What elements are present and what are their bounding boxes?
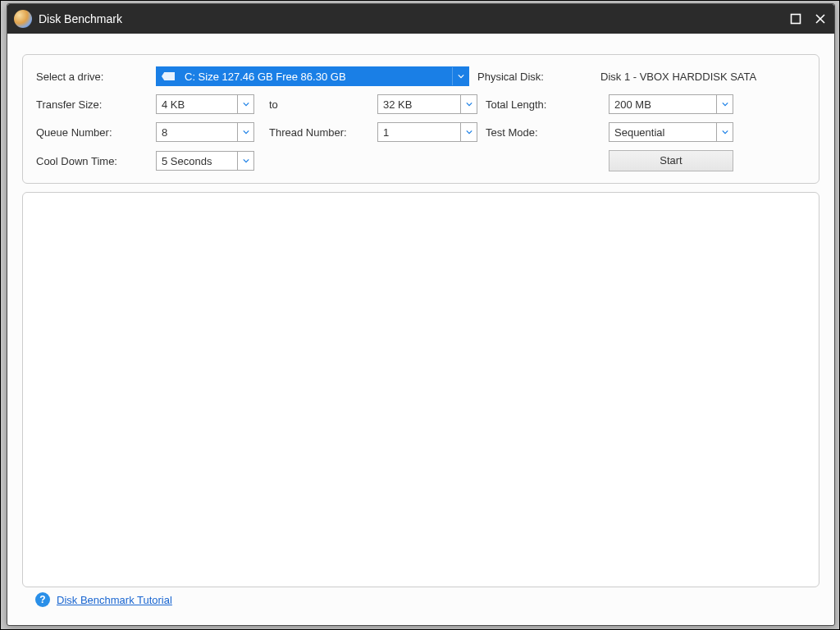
close-button[interactable] [813, 11, 828, 26]
window-title: Disk Benchmark [39, 12, 788, 25]
settings-panel: Select a drive: C: Size 127.46 GB Free 8… [22, 54, 819, 184]
disk-icon [162, 72, 175, 80]
chevron-down-icon [722, 102, 728, 107]
disk-benchmark-window: Disk Benchmark Select a drive: C: Size 1… [7, 3, 835, 626]
row-transfer: Transfer Size: 4 KB to 32 KB Total Lengt… [36, 94, 806, 114]
transfer-from-value: 4 KB [157, 98, 237, 111]
help-icon[interactable]: ? [35, 592, 50, 607]
chevron-down-icon [722, 130, 728, 135]
cooldown-dropdown-button[interactable] [237, 152, 253, 170]
queue-number-value: 8 [157, 126, 237, 139]
label-physical-disk: Physical Disk: [477, 71, 592, 83]
tutorial-link[interactable]: Disk Benchmark Tutorial [57, 594, 172, 606]
thread-number-dropdown-button[interactable] [460, 123, 477, 141]
thread-number-select[interactable]: 1 [377, 122, 477, 142]
label-to: to [262, 98, 369, 111]
label-test-mode: Test Mode: [486, 126, 600, 139]
content-area: Select a drive: C: Size 127.46 GB Free 8… [7, 34, 834, 625]
cooldown-value: 5 Seconds [157, 155, 237, 167]
transfer-from-select[interactable]: 4 KB [156, 94, 254, 114]
test-mode-dropdown-button[interactable] [716, 123, 733, 141]
transfer-to-value: 32 KB [378, 98, 460, 111]
chevron-down-icon [458, 74, 464, 79]
app-icon [14, 10, 32, 28]
window-controls [788, 11, 828, 26]
queue-number-dropdown-button[interactable] [237, 123, 253, 141]
thread-number-value: 1 [378, 126, 460, 139]
test-mode-select[interactable]: Sequential [609, 122, 733, 142]
close-icon [815, 13, 826, 25]
row-drive: Select a drive: C: Size 127.46 GB Free 8… [36, 66, 806, 86]
svg-rect-0 [792, 15, 801, 24]
label-queue-number: Queue Number: [36, 126, 148, 139]
total-length-select[interactable]: 200 MB [609, 94, 733, 114]
transfer-to-select[interactable]: 32 KB [377, 94, 477, 114]
row-cooldown: Cool Down Time: 5 Seconds Start [36, 150, 806, 171]
maximize-icon [790, 13, 801, 25]
chevron-down-icon [466, 130, 472, 135]
footer: ? Disk Benchmark Tutorial [22, 587, 819, 617]
row-queue: Queue Number: 8 Thread Number: 1 Test Mo… [36, 122, 806, 142]
drive-select-dropdown-button[interactable] [452, 67, 468, 85]
chevron-down-icon [243, 130, 249, 135]
label-select-drive: Select a drive: [36, 71, 148, 83]
titlebar[interactable]: Disk Benchmark [7, 4, 834, 34]
drive-select[interactable]: C: Size 127.46 GB Free 86.30 GB [156, 66, 469, 86]
physical-disk-value: Disk 1 - VBOX HARDDISK SATA [600, 71, 806, 83]
label-cool-down: Cool Down Time: [36, 155, 148, 167]
label-thread-number: Thread Number: [262, 126, 369, 139]
test-mode-value: Sequential [609, 126, 716, 139]
label-total-length: Total Length: [486, 98, 600, 111]
transfer-from-dropdown-button[interactable] [237, 95, 253, 113]
chevron-down-icon [466, 102, 472, 107]
total-length-dropdown-button[interactable] [716, 95, 733, 113]
results-panel [22, 192, 819, 587]
label-transfer-size: Transfer Size: [36, 98, 148, 111]
drive-select-value: C: Size 127.46 GB Free 86.30 GB [180, 71, 452, 83]
maximize-button[interactable] [788, 11, 803, 26]
start-button[interactable]: Start [609, 150, 733, 171]
queue-number-select[interactable]: 8 [156, 122, 254, 142]
transfer-to-dropdown-button[interactable] [460, 95, 477, 113]
cooldown-select[interactable]: 5 Seconds [156, 151, 254, 171]
total-length-value: 200 MB [609, 98, 716, 111]
chevron-down-icon [243, 102, 249, 107]
chevron-down-icon [243, 158, 249, 163]
